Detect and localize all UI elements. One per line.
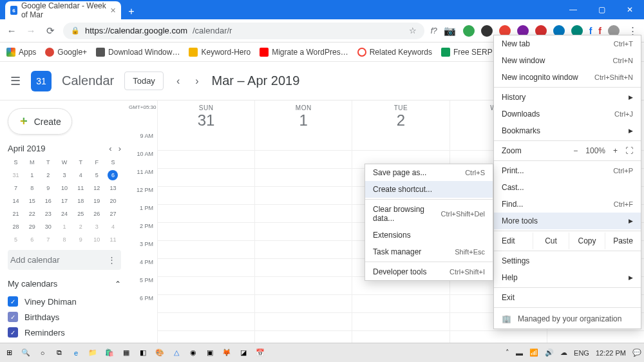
mini-day[interactable]: 1 (56, 222, 72, 232)
app-icon[interactable]: ◧ (137, 347, 149, 359)
store-icon[interactable]: 🛍️ (103, 347, 116, 359)
volume-icon[interactable]: 🔊 (545, 348, 554, 357)
prev-month-icon[interactable]: ‹ (109, 144, 111, 153)
maximize-icon[interactable]: ▢ (587, 0, 616, 19)
search-icon[interactable]: 🔍 (19, 347, 32, 359)
prev-week-icon[interactable]: ‹ (174, 75, 182, 87)
mini-day[interactable]: 9 (40, 183, 56, 193)
app-icon[interactable]: △ (170, 347, 183, 359)
submenu-save-page[interactable]: Save page as...Ctrl+S (365, 164, 493, 181)
language-indicator[interactable]: ENG (574, 349, 589, 357)
time-slot[interactable] (255, 205, 352, 223)
mini-day[interactable]: 23 (40, 209, 56, 219)
chrome-icon[interactable]: ◉ (187, 347, 200, 359)
bookmark[interactable]: Download Window… (96, 48, 180, 57)
mini-day[interactable]: 20 (105, 196, 121, 206)
mini-day[interactable]: 13 (105, 183, 121, 193)
mini-day[interactable]: 3 (89, 222, 105, 232)
mini-day[interactable]: 11 (73, 183, 89, 193)
mini-day[interactable]: 8 (24, 183, 40, 193)
zoom-in-button[interactable]: + (613, 146, 618, 155)
mini-day[interactable]: 24 (56, 209, 72, 219)
my-calendars-toggle[interactable]: My calendars⌃ (8, 279, 121, 289)
copy-button[interactable]: Copy (569, 233, 605, 249)
close-window-icon[interactable]: ✕ (616, 0, 644, 19)
mini-day[interactable]: 5 (89, 170, 105, 180)
mini-day[interactable]: 7 (8, 183, 24, 193)
time-slot[interactable] (352, 133, 449, 151)
time-slot[interactable] (158, 205, 254, 223)
mini-day[interactable]: 2 (40, 170, 56, 180)
menu-icon[interactable]: ☰ (10, 74, 21, 88)
tray-up-icon[interactable]: ˄ (506, 348, 509, 357)
menu-new-tab[interactable]: New tabCtrl+T (494, 35, 641, 52)
clock[interactable]: 12:22 PM (596, 349, 626, 357)
menu-find[interactable]: Find...Ctrl+F (494, 196, 641, 213)
today-button[interactable]: Today (124, 71, 164, 90)
forward-icon[interactable]: → (24, 25, 37, 36)
menu-bookmarks[interactable]: Bookmarks▶ (494, 122, 641, 139)
onedrive-icon[interactable]: ☁ (560, 348, 567, 357)
calendar-item[interactable]: ✓Birthdays (8, 309, 121, 325)
menu-help[interactable]: Help▶ (494, 269, 641, 286)
taskview-icon[interactable]: ⧉ (53, 347, 66, 359)
menu-settings[interactable]: Settings (494, 252, 641, 269)
mini-day[interactable]: 1 (24, 170, 40, 180)
mini-day[interactable]: 6 (24, 234, 40, 245)
mini-day[interactable]: 12 (89, 183, 105, 193)
time-slot[interactable] (352, 313, 449, 331)
checkbox-icon[interactable]: ✓ (8, 327, 18, 338)
mini-day[interactable]: 25 (73, 209, 89, 219)
mini-day[interactable]: 4 (105, 222, 121, 232)
time-slot[interactable] (255, 277, 352, 295)
day-header[interactable]: SUN31 (158, 100, 254, 133)
url-field[interactable]: 🔒 https://calendar.google.com/calendar/r… (63, 23, 424, 39)
time-slot[interactable] (158, 223, 254, 241)
calendar-item[interactable]: ✓Reminders (8, 325, 121, 340)
system-tray[interactable]: ˄ ▬ 📶 🔊 ☁ ENG 12:22 PM 💬 (506, 348, 641, 357)
time-slot[interactable] (158, 169, 254, 187)
submenu-create-shortcut[interactable]: Create shortcut... (365, 181, 493, 198)
minimize-icon[interactable]: — (559, 0, 587, 19)
camera-icon[interactable]: 📷 (444, 25, 457, 37)
time-slot[interactable] (255, 259, 352, 277)
checkbox-icon[interactable]: ✓ (8, 296, 18, 307)
add-calendar-button[interactable]: Add calendar ⋮ (8, 250, 121, 270)
more-icon[interactable]: ⋮ (108, 255, 116, 265)
time-slot[interactable] (158, 151, 254, 169)
menu-print[interactable]: Print...Ctrl+P (494, 162, 641, 179)
bookmark[interactable]: Related Keywords (357, 48, 432, 57)
mini-day[interactable]: 28 (8, 222, 24, 232)
time-slot[interactable] (255, 295, 352, 313)
app-icon[interactable]: 📅 (254, 347, 267, 359)
mini-day[interactable]: 27 (105, 209, 121, 219)
cortana-icon[interactable]: ○ (36, 347, 49, 359)
edge-icon[interactable]: e (70, 347, 82, 359)
ext-icon[interactable]: f? (431, 26, 437, 35)
star-icon[interactable]: ☆ (409, 26, 417, 35)
mini-day[interactable]: 4 (73, 170, 89, 180)
app-icon[interactable]: 🎨 (153, 347, 166, 359)
day-header[interactable]: TUE2 (352, 100, 449, 133)
menu-cast[interactable]: Cast... (494, 179, 641, 196)
mini-day[interactable]: 11 (105, 234, 121, 245)
mini-day[interactable]: 21 (8, 209, 24, 219)
mini-day[interactable]: 7 (40, 234, 56, 245)
menu-history[interactable]: History▶ (494, 89, 641, 106)
submenu-dev-tools[interactable]: Developer toolsCtrl+Shift+I (365, 263, 493, 280)
mini-day[interactable]: 22 (24, 209, 40, 219)
notifications-icon[interactable]: 💬 (632, 348, 641, 357)
start-icon[interactable]: ⊞ (3, 347, 15, 359)
mini-day[interactable]: 2 (73, 222, 89, 232)
time-slot[interactable] (158, 277, 254, 295)
menu-new-window[interactable]: New windowCtrl+N (494, 52, 641, 69)
time-slot[interactable] (255, 169, 352, 187)
close-tab-icon[interactable]: ✕ (110, 6, 116, 15)
time-slot[interactable] (255, 223, 352, 241)
menu-exit[interactable]: Exit (494, 289, 641, 306)
submenu-clear-data[interactable]: Clear browsing data...Ctrl+Shift+Del (365, 201, 493, 227)
ext-icon[interactable] (463, 25, 475, 37)
time-slot[interactable] (158, 295, 254, 313)
calendar-item[interactable]: ✓Viney Dhiman (8, 294, 121, 309)
mini-day[interactable]: 18 (73, 196, 89, 206)
